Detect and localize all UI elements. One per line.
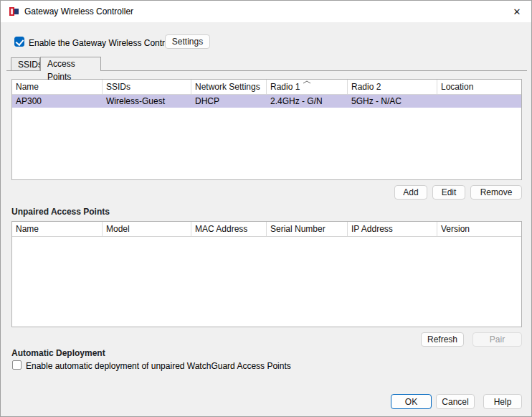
cancel-button[interactable]: Cancel <box>436 394 475 409</box>
column-header-location[interactable]: Location <box>437 80 521 94</box>
auto-deploy-label: Enable automatic deployment of unpaired … <box>26 361 291 371</box>
column-header-radio1[interactable]: Radio 1 <box>267 80 348 94</box>
auto-deploy-checkbox[interactable] <box>12 360 22 370</box>
access-points-table: Name SSIDs Network Settings Radio 1 Radi… <box>11 79 522 180</box>
unpaired-heading: Unpaired Access Points <box>11 207 110 217</box>
cell-ssids: Wireless-Guest <box>103 95 191 108</box>
cell-name: AP300 <box>12 95 103 108</box>
app-icon <box>9 6 20 17</box>
column-header-serial-number[interactable]: Serial Number <box>267 222 348 236</box>
sort-asc-icon <box>303 80 311 84</box>
close-icon[interactable]: ✕ <box>503 1 531 22</box>
tab-access-points[interactable]: Access Points <box>40 57 101 71</box>
column-header-radio2[interactable]: Radio 2 <box>348 80 437 94</box>
cell-radio1: 2.4GHz - G/N <box>267 95 348 108</box>
enable-controller-label: Enable the Gateway Wireless Controller <box>29 38 181 48</box>
table-row[interactable]: AP300 Wireless-Guest DHCP 2.4GHz - G/N 5… <box>12 95 521 108</box>
settings-button[interactable]: Settings <box>165 34 210 49</box>
column-header-mac-address[interactable]: MAC Address <box>191 222 267 236</box>
cell-radio2: 5GHz - N/AC <box>348 95 437 108</box>
help-button[interactable]: Help <box>483 394 522 409</box>
column-header-version[interactable]: Version <box>437 222 521 236</box>
ok-button[interactable]: OK <box>391 394 432 409</box>
column-header-ssids[interactable]: SSIDs <box>103 80 191 94</box>
pair-button: Pair <box>472 332 522 347</box>
unpaired-table-header: Name Model MAC Address Serial Number IP … <box>12 222 521 237</box>
refresh-button[interactable]: Refresh <box>421 332 464 347</box>
remove-button[interactable]: Remove <box>470 185 522 200</box>
column-header-ip-address[interactable]: IP Address <box>348 222 437 236</box>
add-button[interactable]: Add <box>394 185 427 200</box>
cell-location <box>437 95 521 108</box>
window-title: Gateway Wireless Controller <box>24 6 133 17</box>
edit-button[interactable]: Edit <box>432 185 465 200</box>
gateway-wireless-controller-dialog: Gateway Wireless Controller ✕ Enable the… <box>0 0 532 417</box>
automatic-deployment-heading: Automatic Deployment <box>11 348 105 358</box>
access-points-table-header: Name SSIDs Network Settings Radio 1 Radi… <box>12 80 521 95</box>
column-header-name[interactable]: Name <box>12 222 103 236</box>
cell-network-settings: DHCP <box>191 95 267 108</box>
column-header-network-settings[interactable]: Network Settings <box>191 80 267 94</box>
title-bar: Gateway Wireless Controller ✕ <box>1 1 531 22</box>
column-header-model[interactable]: Model <box>103 222 191 236</box>
unpaired-table: Name Model MAC Address Serial Number IP … <box>11 221 522 327</box>
enable-controller-checkbox[interactable] <box>14 37 24 47</box>
tab-ssids[interactable]: SSIDs <box>11 57 40 71</box>
